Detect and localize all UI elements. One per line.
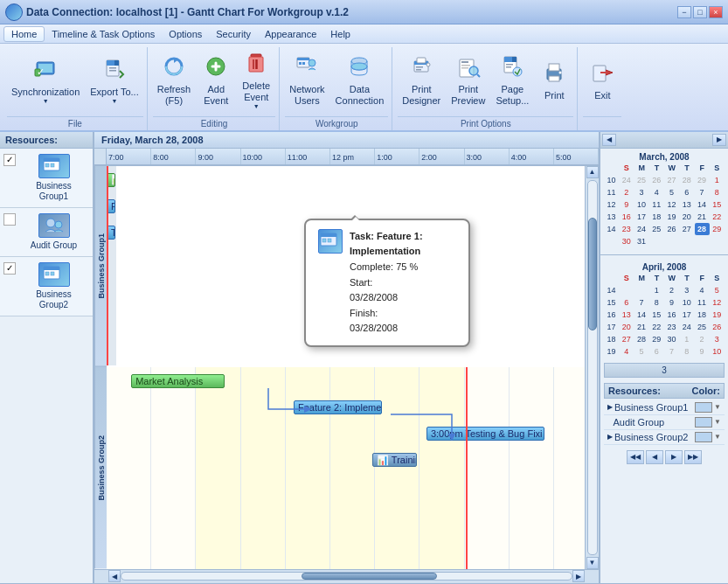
cal-apr-day[interactable]: 1 [649,284,664,296]
h-scroll-track[interactable] [121,572,572,581]
cal-day[interactable]: 25 [634,174,649,186]
cal-apr-day[interactable]: 17 [679,309,694,321]
export-button[interactable]: Export To... ▼ [86,47,142,115]
cal-day[interactable] [649,235,664,247]
cal-day[interactable]: 12 [664,198,679,211]
horizontal-scrollbar[interactable]: ◀ ▶ [94,569,599,583]
cal-apr-day[interactable]: 9 [695,345,710,358]
cal-day[interactable]: 27 [679,223,694,235]
cal-apr-day[interactable]: 28 [634,333,649,345]
cal-day[interactable]: 11 [649,198,664,211]
legend-item-group1[interactable]: ▶ Business Group1 ▼ [604,400,725,415]
scroll-up-button[interactable]: ▲ [586,166,599,178]
cal-day[interactable]: 24 [619,174,634,186]
legend-item-group2[interactable]: ▶ Business Group2 ▼ [604,430,725,445]
cal-day[interactable]: 2 [619,186,634,198]
print-preview-button[interactable]: PrintPreview [447,47,489,115]
cal-day[interactable] [695,235,710,247]
resource-checkbox-group2[interactable]: ✓ [3,262,16,275]
cal-apr-day[interactable]: 8 [679,345,694,358]
cal-today[interactable]: 28 [695,223,710,235]
cal-apr-day[interactable]: 16 [664,309,679,321]
minimize-button[interactable]: − [677,6,691,18]
cal-day[interactable]: 3 [634,186,649,198]
cal-apr-day[interactable]: 1 [679,333,694,345]
cal-apr-day[interactable]: 14 [634,309,649,321]
cal-nav-first[interactable]: ◀◀ [627,450,644,464]
cal-day[interactable]: 8 [710,186,725,198]
cal-apr-day[interactable]: 10 [710,345,725,358]
scroll-down-button[interactable]: ▼ [586,557,599,569]
cal-day[interactable]: 17 [634,211,649,223]
cal-day[interactable]: 5 [664,186,679,198]
refresh-button[interactable]: Refresh(F5) [153,47,196,115]
cal-apr-day[interactable]: 15 [649,309,664,321]
cal-apr-day[interactable]: 21 [634,321,649,333]
cal-day[interactable]: 30 [619,235,634,247]
cal-apr-day[interactable]: 18 [695,309,710,321]
gantt-bar-training[interactable]: 📊 Training [372,453,417,467]
scroll-right-button[interactable]: ▶ [572,570,585,582]
delete-event-button[interactable]: DeleteEvent ▼ [237,47,275,115]
cal-day[interactable] [710,235,725,247]
add-event-button[interactable]: AddEvent [197,47,235,115]
cal-apr-day[interactable]: 6 [649,345,664,358]
cal-day[interactable]: 28 [679,174,694,186]
cal-apr-day[interactable]: 7 [664,345,679,358]
maximize-button[interactable]: □ [693,6,707,18]
cal-day[interactable]: 22 [710,211,725,223]
scroll-thumb[interactable] [588,218,597,330]
sync-button[interactable]: ✓ Synchronization ▼ [7,47,84,115]
cal-apr-day[interactable]: 9 [664,296,679,309]
menu-item-appearance[interactable]: Appearance [258,27,323,41]
resource-checkbox-audit[interactable] [3,213,16,226]
cal-day[interactable]: 16 [619,211,634,223]
cal-day[interactable]: 20 [679,211,694,223]
cal-day[interactable]: 1 [710,174,725,186]
resource-item-group1[interactable]: ✓ BusinessGroup1 [0,149,93,208]
network-users-button[interactable]: NetworkUsers [285,47,329,115]
cal-apr-day[interactable]: 29 [649,333,664,345]
cal-day[interactable] [664,235,679,247]
cal-apr-day[interactable]: 30 [664,333,679,345]
cal-day[interactable]: 15 [710,198,725,211]
scroll-track[interactable] [587,180,598,555]
print-button[interactable]: Print [535,47,573,115]
legend-dropdown-group1[interactable]: ▼ [714,403,721,411]
legend-item-audit[interactable]: Audit Group ▼ [604,415,725,430]
menu-item-security[interactable]: Security [209,27,258,41]
cal-day[interactable] [679,235,694,247]
cal-day[interactable]: 4 [649,186,664,198]
cal-apr-day[interactable]: 2 [695,333,710,345]
menu-item-timeline[interactable]: Timeline & Task Options [45,27,162,41]
cal-apr-day[interactable]: 26 [710,321,725,333]
cal-apr-day[interactable]: 23 [664,321,679,333]
cal-apr-day[interactable]: 22 [649,321,664,333]
cal-apr-day[interactable]: 3 [710,333,725,345]
cal-day[interactable]: 14 [695,198,710,211]
cal-day[interactable]: 31 [634,235,649,247]
cal-day[interactable]: 6 [679,186,694,198]
print-designer-button[interactable]: PrintDesigner [398,47,445,115]
gantt-bar-testing2[interactable]: 3:00pm Testing & Bug Fixi [426,427,544,441]
cal-apr-day[interactable]: 13 [619,309,634,321]
legend-dropdown-group2[interactable]: ▼ [714,433,721,441]
cal-day[interactable]: 13 [679,198,694,211]
menu-item-home[interactable]: Home [3,26,45,42]
cal-apr-day[interactable]: 12 [710,296,725,309]
cal-day[interactable]: 19 [664,211,679,223]
resource-item-audit[interactable]: Audit Group [0,208,93,257]
cal-day[interactable]: 29 [710,223,725,235]
cal-apr-day[interactable]: 8 [649,296,664,309]
cal-day[interactable]: 25 [649,223,664,235]
cal-apr-day[interactable]: 4 [619,345,634,358]
h-scroll-thumb[interactable] [302,573,437,580]
cal-apr-day[interactable] [634,284,649,296]
cal-day[interactable]: 23 [619,223,634,235]
cal-nav-prev[interactable]: ◀ [646,450,663,464]
legend-dropdown-audit[interactable]: ▼ [714,418,721,426]
cal-day[interactable]: 18 [649,211,664,223]
cal-day[interactable]: 26 [664,223,679,235]
cal-apr-day[interactable]: 3 [679,284,694,296]
menu-item-help[interactable]: Help [323,27,357,41]
